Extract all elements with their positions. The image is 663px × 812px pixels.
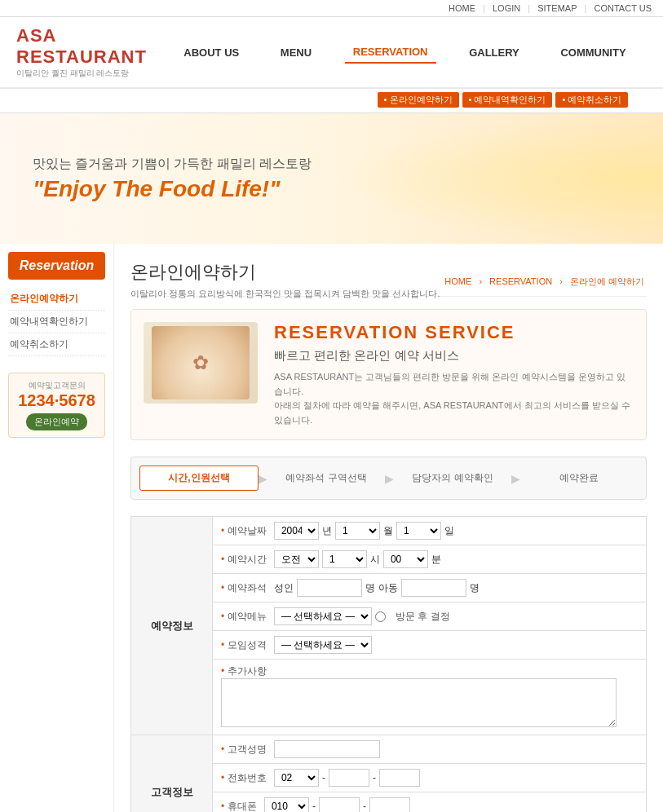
topbar-sitemap[interactable]: SITEMAP bbox=[537, 3, 577, 13]
service-desc2: 아래의 절차에 따라 예약을 해주시면, ASA RESTAURANT에서 최고… bbox=[274, 399, 634, 427]
step-arrow-1: ▶ bbox=[259, 472, 267, 485]
phone-last-input[interactable] bbox=[379, 769, 420, 787]
sidebar-item-confirm[interactable]: 예약내역확인하기 bbox=[8, 311, 105, 333]
phone-label: 전화번호 bbox=[221, 772, 272, 783]
topbar: HOME | LOGIN | SITEMAP | CONTACT US bbox=[0, 0, 663, 17]
adult-label: 성인 bbox=[274, 581, 294, 595]
nav-gallery[interactable]: GALLERY bbox=[461, 42, 528, 63]
main-content: 온라인에약하기 이탈리아 정통의 요리방식에 한국적인 맛을 접목시켜 담백한 … bbox=[114, 244, 663, 812]
sub-nav: • 온라인예약하기 • 예약내역확인하기 • 예약취소하기 bbox=[0, 89, 663, 113]
month-unit: 월 bbox=[383, 524, 393, 538]
breadcrumb-current: 온라인에 예약하기 bbox=[570, 276, 644, 286]
child-label: 아동 bbox=[378, 581, 398, 595]
extra-textarea[interactable] bbox=[221, 678, 617, 727]
service-desc1: ASA RESTAURANT는 고객님들의 편리한 방문을 위해 온라인 예약시… bbox=[274, 370, 634, 399]
menu-label: 예약메뉴 bbox=[221, 611, 272, 622]
sub-nav-inner: • 온라인예약하기 • 예약내역확인하기 • 예약취소하기 bbox=[378, 92, 629, 108]
sidebar-item-online[interactable]: 온라인예약하기 bbox=[8, 288, 105, 311]
header: ASA RESTAURANT 이탈리안 퀄진 패밀리 레스토랑 ABOUT US… bbox=[0, 17, 663, 89]
logo: ASA RESTAURANT 이탈리안 퀄진 패밀리 레스토랑 bbox=[16, 25, 163, 79]
banner-text: 맛있는 즐거움과 기쁨이 가득한 패밀리 레스토랑 "Enjoy The Foo… bbox=[0, 139, 344, 218]
service-title-kr: 빠르고 편리한 온라인 예약 서비스 bbox=[274, 348, 634, 364]
ampm-select[interactable]: 오전오후 bbox=[274, 550, 319, 568]
min-unit: 분 bbox=[431, 553, 441, 567]
time-label: 예약시간 bbox=[221, 554, 272, 565]
step-1: 시간,인원선택 bbox=[139, 466, 259, 491]
page-header: 온라인에약하기 이탈리아 정통의 요리방식에 한국적인 맛을 접목시켜 담백한 … bbox=[130, 260, 647, 297]
banner-korean: 맛있는 즐거움과 기쁨이 가득한 패밀리 레스토랑 bbox=[33, 156, 312, 173]
customer-name-label: 고객성명 bbox=[221, 744, 272, 755]
nav-reservation[interactable]: RESERVATION bbox=[345, 42, 436, 64]
service-image: ✿ bbox=[144, 322, 258, 404]
subnav-confirm[interactable]: • 예약내역확인하기 bbox=[462, 92, 553, 108]
day-unit: 일 bbox=[444, 524, 454, 538]
step-arrow-3: ▶ bbox=[511, 472, 520, 485]
subnav-cancel[interactable]: • 예약취소하기 bbox=[555, 92, 628, 108]
visit-radio[interactable] bbox=[375, 611, 386, 622]
child-unit: 명 bbox=[470, 581, 480, 595]
date-row: 예약날짜 2004 년 123456789101112 월 bbox=[213, 517, 647, 545]
section1-header-row: 예약정보 예약날짜 2004 년 123456789101112 bbox=[131, 517, 647, 545]
service-box: ✿ RESERVATION SERVICE 빠르고 편리한 온라인 예약 서비스… bbox=[130, 309, 647, 440]
customer-name-input[interactable] bbox=[274, 740, 380, 758]
logo-subtitle: 이탈리안 퀄진 패밀리 레스토랑 bbox=[16, 68, 163, 79]
mobile-label: 휴대폰 bbox=[221, 801, 262, 812]
date-label: 예약날짜 bbox=[221, 525, 272, 536]
nav-about[interactable]: ABOUT US bbox=[175, 42, 247, 63]
customer-name-row: 고객정보 고객성명 bbox=[131, 735, 647, 764]
banner-decoration bbox=[337, 113, 663, 244]
step-arrow-2: ▶ bbox=[385, 472, 394, 485]
day-select[interactable]: 12345 bbox=[396, 522, 441, 540]
mobile-area-select[interactable]: 010011016017018019 bbox=[264, 797, 309, 812]
mobile-middle-input[interactable] bbox=[319, 797, 360, 812]
hour-unit: 시 bbox=[370, 553, 380, 567]
year-unit: 년 bbox=[322, 524, 332, 538]
min-select[interactable]: 001020304050 bbox=[383, 550, 428, 568]
sidebar-contact: 예약및고객문의 1234·5678 온라인예약 bbox=[8, 373, 105, 438]
sidebar-item-cancel[interactable]: 예약취소하기 bbox=[8, 333, 105, 356]
mobile-last-input[interactable] bbox=[369, 797, 410, 812]
adult-input[interactable] bbox=[297, 579, 362, 597]
phone-area-select[interactable]: 02031032033041 bbox=[274, 769, 319, 787]
banner: 맛있는 즐거움과 기쁨이 가득한 패밀리 레스토랑 "Enjoy The Foo… bbox=[0, 113, 663, 244]
topbar-home[interactable]: HOME bbox=[449, 3, 475, 13]
step-2: 예약좌석 구역선택 bbox=[267, 466, 385, 490]
page-desc: 이탈리아 정통의 요리방식에 한국적인 맛을 접목시켜 담백한 맛을 선사합니다… bbox=[130, 288, 647, 300]
subnav-online[interactable]: • 온라인예약하기 bbox=[378, 92, 459, 108]
main-nav: ABOUT US MENU RESERVATION GALLERY COMMUN… bbox=[163, 42, 647, 64]
month-select[interactable]: 123456789101112 bbox=[335, 522, 380, 540]
section1-title: 예약정보 bbox=[131, 517, 213, 735]
content-wrap: Reservation 온라인예약하기 예약내역확인하기 예약취소하기 예약및고… bbox=[0, 244, 663, 812]
group-select[interactable]: — 선택하세요 — bbox=[274, 636, 372, 654]
hour-select[interactable]: 123456789101112 bbox=[322, 550, 367, 568]
topbar-login[interactable]: LOGIN bbox=[493, 3, 520, 13]
section2-title: 고객정보 bbox=[131, 735, 213, 812]
nav-community[interactable]: COMMUNITY bbox=[552, 42, 634, 63]
sidebar-title: Reservation bbox=[8, 252, 105, 280]
step-3: 담당자의 예약확인 bbox=[394, 466, 511, 490]
breadcrumb-reservation: RESERVATION bbox=[489, 276, 552, 286]
logo-title: ASA RESTAURANT bbox=[16, 25, 163, 68]
nav-menu[interactable]: MENU bbox=[272, 42, 320, 63]
year-select[interactable]: 2004 bbox=[274, 522, 319, 540]
sidebar-menu: 온라인예약하기 예약내역확인하기 예약취소하기 bbox=[8, 288, 105, 356]
sidebar: Reservation 온라인예약하기 예약내역확인하기 예약취소하기 예약및고… bbox=[0, 244, 114, 812]
flower-decoration: ✿ bbox=[152, 326, 250, 399]
banner-english: "Enjoy The Food Life!" bbox=[33, 176, 312, 202]
form-table: 예약정보 예약날짜 2004 년 123456789101112 bbox=[130, 516, 647, 812]
sidebar-online-btn[interactable]: 온라인예약 bbox=[26, 413, 87, 430]
service-info: RESERVATION SERVICE 빠르고 편리한 온라인 예약 서비스 A… bbox=[274, 322, 634, 427]
adult-unit: 명 bbox=[365, 581, 375, 595]
topbar-contact[interactable]: CONTACT US bbox=[594, 3, 652, 13]
seat-label: 예약좌석 bbox=[221, 582, 272, 594]
child-input[interactable] bbox=[401, 579, 466, 597]
extra-label: 추가사항 bbox=[221, 665, 272, 677]
sidebar-contact-label: 예약및고객문의 bbox=[15, 380, 98, 391]
step-4: 예약완료 bbox=[520, 466, 638, 490]
group-label: 모임성격 bbox=[221, 639, 272, 651]
breadcrumb-home: HOME bbox=[444, 276, 471, 286]
phone-middle-input[interactable] bbox=[329, 769, 369, 787]
service-title-en: RESERVATION SERVICE bbox=[274, 322, 634, 343]
menu-select[interactable]: — 선택하세요 — bbox=[274, 607, 372, 625]
steps: 시간,인원선택 ▶ 예약좌석 구역선택 ▶ 담당자의 예약확인 ▶ 예약완료 bbox=[130, 457, 647, 500]
